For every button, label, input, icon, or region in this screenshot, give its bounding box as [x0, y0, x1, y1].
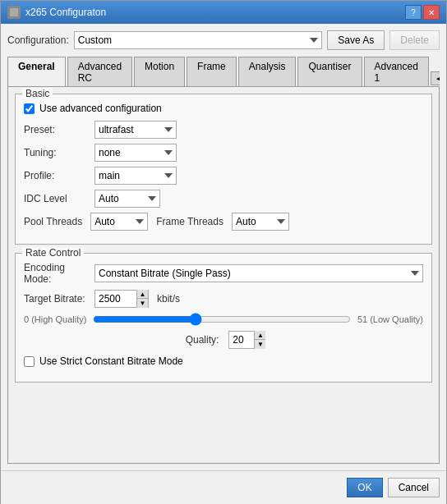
- quality-slider[interactable]: [93, 313, 350, 326]
- tab-general[interactable]: General: [7, 57, 66, 87]
- content-area: Configuration: Custom Save As Delete Gen…: [1, 24, 446, 470]
- profile-row: Profile: main main10: [24, 167, 423, 185]
- tab-advanced-rc[interactable]: Advanced RC: [67, 57, 132, 87]
- preset-label: Preset:: [24, 124, 90, 135]
- close-button[interactable]: ✕: [423, 5, 440, 20]
- strict-cbr-row: Use Strict Constant Bitrate Mode: [24, 355, 423, 367]
- tab-motion[interactable]: Motion: [134, 57, 185, 87]
- bitrate-up-button[interactable]: ▲: [136, 290, 148, 299]
- quality-value-row: Quality: ▲ ▼: [24, 331, 423, 349]
- quality-up-button[interactable]: ▲: [254, 331, 265, 340]
- tab-quantiser[interactable]: Quantiser: [297, 57, 362, 87]
- quality-label: Quality:: [186, 334, 219, 346]
- pool-threads-select[interactable]: Auto 1 2 4: [90, 213, 148, 231]
- tuning-select[interactable]: none psnr ssim: [94, 144, 177, 162]
- quality-slider-row: 0 (High Quality) 51 (Low Quality): [24, 313, 423, 326]
- encoding-mode-select[interactable]: Constant Bitrate (Single Pass) Constant …: [94, 264, 423, 282]
- idc-level-label: IDC Level: [24, 193, 90, 204]
- quality-low-label: 0 (High Quality): [24, 314, 86, 324]
- preset-row: Preset: ultrafast superfast veryfast fas…: [24, 121, 423, 139]
- bitrate-down-button[interactable]: ▼: [136, 299, 148, 308]
- main-panel: Basic Use advanced configuration Preset:…: [7, 87, 440, 464]
- target-bitrate-spinbox: ▲ ▼: [94, 290, 149, 308]
- quality-down-button[interactable]: ▼: [254, 340, 265, 349]
- tabs-bar: General Advanced RC Motion Frame Analysi…: [7, 57, 440, 87]
- config-row: Configuration: Custom Save As Delete: [7, 30, 440, 50]
- preset-select[interactable]: ultrafast superfast veryfast faster fast…: [94, 121, 177, 139]
- config-label: Configuration:: [7, 34, 69, 46]
- title-buttons: ? ✕: [405, 5, 440, 20]
- bitrate-unit: kbit/s: [157, 293, 180, 305]
- use-advanced-row: Use advanced configuration: [24, 103, 423, 114]
- app-icon: [7, 6, 21, 19]
- save-as-button[interactable]: Save As: [327, 30, 385, 50]
- quality-spinbox: ▲ ▼: [228, 331, 261, 349]
- tab-frame[interactable]: Frame: [187, 57, 237, 87]
- tab-nav-prev[interactable]: ◄: [431, 71, 440, 85]
- use-advanced-checkbox[interactable]: [24, 103, 35, 114]
- empty-space: [15, 391, 432, 456]
- idc-level-select[interactable]: Auto 1 2: [94, 190, 160, 208]
- config-select[interactable]: Custom: [74, 31, 323, 49]
- target-bitrate-label: Target Bitrate:: [24, 293, 90, 305]
- tab-advanced1[interactable]: Advanced 1: [364, 57, 429, 87]
- pool-threads-label: Pool Threads: [24, 216, 82, 227]
- quality-input[interactable]: [229, 332, 254, 348]
- footer: OK Cancel: [1, 470, 446, 504]
- tuning-row: Tuning: none psnr ssim: [24, 144, 423, 162]
- target-bitrate-input[interactable]: [95, 291, 136, 307]
- delete-button[interactable]: Delete: [389, 30, 440, 50]
- profile-label: Profile:: [24, 170, 90, 181]
- basic-group: Basic Use advanced configuration Preset:…: [15, 94, 432, 245]
- svg-rect-0: [10, 8, 18, 16]
- rate-control-title: Rate Control: [22, 247, 84, 259]
- frame-threads-label: Frame Threads: [156, 216, 224, 227]
- quality-high-label: 51 (Low Quality): [357, 314, 423, 324]
- idc-level-row: IDC Level Auto 1 2: [24, 190, 423, 208]
- tuning-label: Tuning:: [24, 147, 90, 158]
- cancel-button[interactable]: Cancel: [388, 478, 440, 497]
- ok-button[interactable]: OK: [347, 478, 382, 497]
- spinbox-buttons: ▲ ▼: [136, 290, 148, 308]
- basic-group-title: Basic: [22, 88, 53, 99]
- target-bitrate-row: Target Bitrate: ▲ ▼ kbit/s: [24, 290, 423, 308]
- frame-threads-select[interactable]: Auto 1 2: [232, 213, 289, 231]
- rate-control-group: Rate Control Encoding Mode: Constant Bit…: [15, 253, 432, 383]
- profile-select[interactable]: main main10: [94, 167, 177, 185]
- title-bar: x265 Configuraton ? ✕: [1, 1, 446, 24]
- tab-analysis[interactable]: Analysis: [238, 57, 297, 87]
- help-button[interactable]: ?: [405, 5, 422, 20]
- encoding-mode-label: Encoding Mode:: [24, 262, 90, 285]
- encoding-mode-row: Encoding Mode: Constant Bitrate (Single …: [24, 262, 423, 285]
- main-window: x265 Configuraton ? ✕ Configuration: Cus…: [0, 0, 447, 504]
- threads-row: Pool Threads Auto 1 2 4 Frame Threads Au…: [24, 213, 423, 231]
- strict-cbr-label: Use Strict Constant Bitrate Mode: [39, 355, 183, 367]
- quality-spinbox-buttons: ▲ ▼: [254, 331, 265, 349]
- use-advanced-label: Use advanced configuration: [39, 103, 162, 114]
- strict-cbr-checkbox[interactable]: [24, 356, 35, 367]
- window-title: x265 Configuraton: [25, 7, 405, 18]
